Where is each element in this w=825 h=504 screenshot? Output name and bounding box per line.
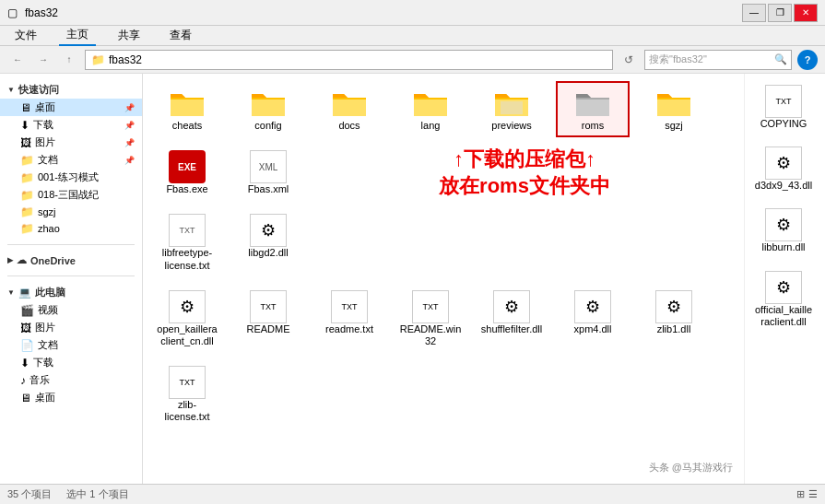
sidebar-item-sgzj[interactable]: 📁 sgzj <box>0 204 142 220</box>
file-open-kailler[interactable]: ⚙ open_kailleraclient_cn.dll <box>150 285 224 353</box>
file-readme-win32[interactable]: TXT README.win32 <box>394 285 467 353</box>
folder-previews-label: previews <box>491 120 531 132</box>
ribbon-tab-view[interactable]: 查看 <box>162 26 199 45</box>
sidebar-item-pc-pictures[interactable]: 🖼 图片 <box>0 319 142 336</box>
folder-docs-label: docs <box>338 120 359 132</box>
maximize-button[interactable]: ❐ <box>768 4 792 22</box>
path-folder-icon: 📁 <box>91 53 105 66</box>
file-xpm4[interactable]: ⚙ xpm4.dll <box>556 285 630 353</box>
sidebar-item-pc-downloads[interactable]: ⬇ 下载 <box>0 354 142 371</box>
folder-sgzj[interactable]: sgzj <box>637 81 711 137</box>
sidebar-item-practice[interactable]: 📁 001-练习模式 <box>0 169 142 186</box>
sidebar-item-documents[interactable]: 📁 文档 📌 <box>0 151 142 169</box>
sidebar-item-music[interactable]: ♪ 音乐 <box>0 371 142 389</box>
this-pc-header[interactable]: ▼ 💻 此电脑 <box>0 284 142 301</box>
folder-icon-docs <box>331 87 368 120</box>
d3dx9-icon: ⚙ <box>765 147 802 180</box>
folder-config[interactable]: config <box>231 81 305 137</box>
file-row-4: ⚙ open_kailleraclient_cn.dll TXT README … <box>150 285 737 429</box>
quick-access-header[interactable]: ▼ 快速访问 <box>0 81 142 99</box>
file-libfreetype[interactable]: TXT libfreetype-license.txt <box>150 208 224 276</box>
minimize-button[interactable]: — <box>742 4 766 22</box>
help-button[interactable]: ? <box>797 50 818 70</box>
file-zlib1[interactable]: ⚙ zlib1.dll <box>637 285 711 353</box>
file-row-3: TXT libfreetype-license.txt ⚙ libgd2.dll <box>150 208 737 276</box>
refresh-button[interactable]: ↺ <box>619 50 639 70</box>
nav-back-button[interactable]: ← <box>7 50 28 70</box>
view-icon-grid[interactable]: ⊞ <box>796 488 805 500</box>
folder-roms-label: roms <box>582 120 604 132</box>
sidebar-item-pictures[interactable]: 🖼 图片 📌 <box>0 134 142 151</box>
sidebar-item-desktop-label: 桌面 <box>35 100 55 114</box>
pictures-icon: 🖼 <box>20 136 31 149</box>
close-button[interactable]: ✕ <box>794 4 818 22</box>
file-readme[interactable]: TXT README <box>231 285 305 353</box>
ribbon-tab-file[interactable]: 文件 <box>7 26 44 45</box>
file-readme-txt[interactable]: TXT readme.txt <box>312 285 386 353</box>
folder-lang[interactable]: lang <box>394 81 467 137</box>
chevron-icon: ▼ <box>7 86 15 94</box>
nav-up-button[interactable]: ↑ <box>59 50 79 70</box>
file-d3dx9-label: d3dx9_43.dll <box>755 180 812 192</box>
search-box[interactable]: 搜索"fbas32" 🔍 <box>644 50 792 70</box>
official-icon: ⚙ <box>765 271 802 304</box>
address-path[interactable]: 📁 fbas32 <box>85 50 613 70</box>
onedrive-label: OneDrive <box>30 255 76 266</box>
file-fbas-xml[interactable]: XML Fbas.xml <box>231 145 305 201</box>
sidebar-item-pc-desktop[interactable]: 🖥 桌面 <box>0 389 142 406</box>
folder-roms[interactable]: roms <box>556 81 630 137</box>
file-libfreetype-label: libfreetype-license.txt <box>156 247 218 271</box>
content-wrapper: cheats config <box>143 74 825 484</box>
folder-icon-config <box>250 87 287 120</box>
folder-cheats[interactable]: cheats <box>150 81 224 137</box>
ribbon-tab-share[interactable]: 共享 <box>111 26 147 45</box>
dll-icon-3: ⚙ <box>493 290 530 323</box>
window-icon: ▢ <box>7 6 18 19</box>
status-count: 35 个项目 <box>7 487 52 501</box>
file-libburn[interactable]: ⚙ libburn.dll <box>748 203 819 259</box>
folder-previews[interactable]: previews <box>475 81 548 137</box>
view-icon-list[interactable]: ☰ <box>808 488 818 500</box>
ribbon-tab-home[interactable]: 主页 <box>59 25 96 46</box>
folder-icon-2: 📁 <box>20 189 34 202</box>
file-fbas-exe[interactable]: EXE Fbas.exe <box>150 145 224 201</box>
file-zlib-license-label: zlib-license.txt <box>156 399 218 423</box>
sidebar-item-sgz[interactable]: 📁 018-三国战纪 <box>0 186 142 204</box>
files-right: TXT COPYING ⚙ d3dx9_43.dll ⚙ libburn. <box>744 74 825 484</box>
onedrive-header[interactable]: ▶ ☁ OneDrive <box>0 252 142 268</box>
file-libgd2[interactable]: ⚙ libgd2.dll <box>231 208 305 276</box>
sidebar-item-desktop[interactable]: 🖥 桌面 📌 <box>0 99 142 116</box>
file-zlib1-label: zlib1.dll <box>657 323 691 335</box>
file-copying[interactable]: TXT COPYING <box>748 79 819 135</box>
sidebar-item-downloads[interactable]: ⬇ 下载 📌 <box>0 116 142 134</box>
file-zlib-license[interactable]: TXT zlib-license.txt <box>150 360 224 428</box>
nav-forward-button[interactable]: → <box>33 50 53 70</box>
file-shuffle[interactable]: ⚙ shufflefilter.dll <box>475 285 548 353</box>
file-official-kailler-label: official_kailleraclient.dll <box>754 304 813 328</box>
folder-docs[interactable]: docs <box>312 81 386 137</box>
sidebar-item-zhao[interactable]: 📁 zhao <box>0 220 142 237</box>
txt-icon-2: TXT <box>250 290 287 323</box>
sidebar-item-sgzj-label: sgzj <box>38 206 56 217</box>
quick-access-label: 快速访问 <box>18 83 59 97</box>
sidebar-item-downloads-label: 下载 <box>33 118 53 132</box>
txt-icon-5: TXT <box>169 366 206 399</box>
sidebar-item-pc-docs[interactable]: 📄 文档 <box>0 336 142 354</box>
sidebar: ▼ 快速访问 🖥 桌面 📌 ⬇ 下载 📌 🖼 图片 📌 📁 文档 � <box>0 74 143 484</box>
file-row-1: cheats config <box>150 81 737 137</box>
file-libgd2-label: libgd2.dll <box>248 247 288 259</box>
file-libburn-label: libburn.dll <box>761 241 805 253</box>
title-bar: ▢ fbas32 — ❐ ✕ <box>0 0 825 26</box>
file-official-kailler[interactable]: ⚙ official_kailleraclient.dll <box>748 265 819 334</box>
file-shuffle-label: shufflefilter.dll <box>481 323 542 335</box>
sidebar-item-practice-label: 001-练习模式 <box>38 170 99 184</box>
view-controls[interactable]: ⊞ ☰ <box>796 488 818 500</box>
chevron-icon-3: ▼ <box>7 288 15 297</box>
sidebar-divider-1 <box>7 244 135 245</box>
file-d3dx9[interactable]: ⚙ d3dx9_43.dll <box>748 141 819 197</box>
file-xpm4-label: xpm4.dll <box>574 323 612 335</box>
sidebar-item-pc-desktop-label: 桌面 <box>35 391 55 404</box>
sidebar-item-videos[interactable]: 🎬 视频 <box>0 301 142 319</box>
folder-icon-3: 📁 <box>20 205 34 218</box>
title-bar-controls[interactable]: — ❐ ✕ <box>742 4 818 22</box>
